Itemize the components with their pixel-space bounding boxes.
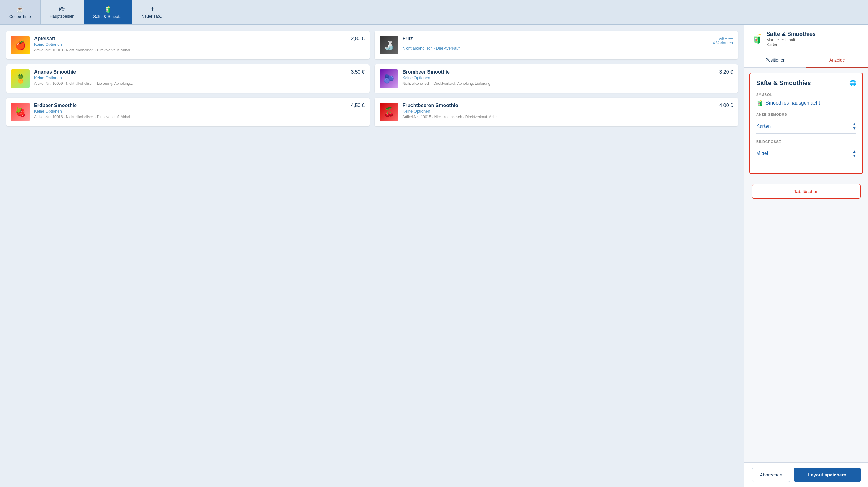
product-options-ananas: Keine Optionen [34, 75, 365, 80]
product-image-ananas: 🍍 [11, 69, 30, 88]
product-details-erdbeer: Artikel-Nr.: 10016 · Nicht alkoholisch ·… [34, 115, 365, 119]
bildgroesse-arrow-down[interactable]: ▼ [852, 154, 856, 158]
product-variants-fritz: 4 Varianten [713, 40, 733, 45]
product-info-brombeer: Brombeer Smoothie 3,20 € Keine Optionen … [402, 69, 733, 86]
tab-anzeige[interactable]: Anzeige [806, 53, 868, 68]
product-price-apfelsaft: 2,80 € [351, 36, 365, 41]
product-price-ananas: 3,50 € [351, 69, 365, 75]
product-options-erdbeer: Keine Optionen [34, 109, 365, 113]
anzeigemodus-select[interactable]: Karten ▲ ▼ [756, 120, 856, 134]
panel-actions: Tab löschen [744, 179, 868, 207]
bildgroesse-arrow-up[interactable]: ▲ [852, 149, 856, 154]
anzeigemodus-arrow-down[interactable]: ▼ [852, 126, 856, 131]
symbol-label: SYMBOL [756, 93, 856, 97]
product-name-erdbeer: Erdbeer Smoothie [34, 103, 77, 108]
product-info-erdbeer: Erdbeer Smoothie 4,50 € Keine Optionen A… [34, 103, 365, 119]
product-details-brombeer: Nicht alkoholisch · Direktverkauf, Abhol… [402, 82, 733, 86]
anzeigemodus-value: Karten [756, 124, 771, 129]
tab-new[interactable]: + Neuer Tab... [132, 0, 173, 24]
product-info-frucht: Fruchtbeeren Smoothie 4,00 € Keine Optio… [402, 103, 733, 119]
product-image-erdbeer: 🍓 [11, 103, 30, 121]
globe-icon[interactable]: 🌐 [849, 80, 856, 87]
product-info-apfelsaft: Apfelsaft 2,80 € Keine Optionen Artikel-… [34, 36, 365, 52]
footer-actions: Abbrechen Layout speichern [744, 462, 868, 487]
tab-hauptspeisen[interactable]: 🍽 Hauptspeisen [40, 0, 84, 24]
settings-anzeige-section: ANZEIGEMODUS Karten ▲ ▼ [756, 112, 856, 134]
products-grid: 🍎 Apfelsaft 2,80 € Keine Optionen Artike… [6, 31, 738, 126]
product-card-ananas[interactable]: 🍍 Ananas Smoothie 3,50 € Keine Optionen … [6, 64, 370, 93]
bildgroesse-label: BILDGRÖSSE [756, 140, 856, 143]
product-name-fritz: Fritz [402, 36, 413, 41]
hauptspeisen-icon: 🍽 [59, 6, 65, 13]
panel-header-subtitle: Manueller Inhalt [767, 37, 816, 42]
product-image-frucht: 🍒 [379, 103, 398, 121]
product-image-apfelsaft: 🍎 [11, 36, 30, 55]
product-info-fritz: Fritz Ab –,–– 4 Varianten Nicht alkoholi… [402, 36, 733, 52]
product-name-ananas: Ananas Smoothie [34, 69, 76, 75]
product-name-brombeer: Brombeer Smoothie [402, 69, 450, 75]
product-info-ananas: Ananas Smoothie 3,50 € Keine Optionen Ar… [34, 69, 365, 86]
tab-positionen[interactable]: Positionen [744, 53, 806, 67]
saefte-icon: 🧃 [104, 6, 112, 13]
product-image-brombeer: 🫐 [379, 69, 398, 88]
panel-header-icon: 🧃 [752, 34, 763, 44]
symbol-icon: 🧃 [756, 100, 763, 106]
anzeigemodus-arrow-up[interactable]: ▲ [852, 122, 856, 126]
save-button[interactable]: Layout speichern [794, 467, 861, 482]
settings-symbol[interactable]: 🧃 Smoothies hausgemacht [756, 100, 856, 106]
product-options-fritz: Nicht alkoholisch · Direktverkauf [402, 46, 733, 51]
settings-bildgroesse-section: BILDGRÖSSE Mittel ▲ ▼ [756, 140, 856, 161]
products-area: 🍎 Apfelsaft 2,80 € Keine Optionen Artike… [0, 25, 744, 487]
product-card-frucht[interactable]: 🍒 Fruchtbeeren Smoothie 4,00 € Keine Opt… [375, 98, 738, 126]
product-name-apfelsaft: Apfelsaft [34, 36, 55, 41]
product-details-apfelsaft: Artikel-Nr.: 10010 · Nicht alkoholisch ·… [34, 48, 365, 52]
product-details-frucht: Artikel-Nr.: 10015 · Nicht alkoholisch ·… [402, 115, 733, 119]
tab-coffee-time[interactable]: ☕ Coffee Time [0, 0, 40, 24]
product-options-brombeer: Keine Optionen [402, 75, 733, 80]
cancel-button[interactable]: Abbrechen [752, 467, 790, 482]
tab-new-label: Neuer Tab... [142, 14, 163, 19]
product-price-frucht: 4,00 € [719, 103, 733, 108]
product-card-erdbeer[interactable]: 🍓 Erdbeer Smoothie 4,50 € Keine Optionen… [6, 98, 370, 126]
panel-header-title: Säfte & Smoothies [767, 31, 816, 37]
product-price-brombeer: 3,20 € [719, 69, 733, 75]
anzeigemodus-arrows[interactable]: ▲ ▼ [852, 122, 856, 131]
right-panel: 🧃 Säfte & Smoothies Manueller Inhalt Kar… [744, 25, 868, 487]
product-options-frucht: Keine Optionen [402, 109, 733, 113]
product-options-apfelsaft: Keine Optionen [34, 42, 365, 47]
product-price-ab-fritz: Ab –,–– [713, 36, 733, 40]
settings-title-text: Säfte & Smoothies [756, 79, 811, 87]
panel-tabs: Positionen Anzeige [744, 53, 868, 68]
settings-box-title: Säfte & Smoothies 🌐 [756, 79, 856, 87]
product-details-ananas: Artikel-Nr.: 10009 · Nicht alkoholisch ·… [34, 82, 365, 86]
coffee-icon: ☕ [16, 6, 24, 13]
anzeigemodus-label: ANZEIGEMODUS [756, 112, 856, 116]
bildgroesse-value: Mittel [756, 151, 768, 156]
tab-saefte-label: Säfte & Smoot... [93, 14, 123, 19]
tab-hauptspeisen-label: Hauptspeisen [50, 14, 74, 19]
main-content: 🍎 Apfelsaft 2,80 € Keine Optionen Artike… [0, 25, 868, 487]
symbol-name: Smoothies hausgemacht [766, 100, 820, 106]
tab-bar: ☕ Coffee Time 🍽 Hauptspeisen 🧃 Säfte & S… [0, 0, 868, 25]
settings-symbol-section: SYMBOL 🧃 Smoothies hausgemacht [756, 93, 856, 106]
product-price-erdbeer: 4,50 € [351, 103, 365, 108]
product-card-fritz[interactable]: 🍶 Fritz Ab –,–– 4 Varianten Nicht alkoho… [375, 31, 738, 59]
delete-tab-button[interactable]: Tab löschen [752, 184, 861, 199]
bildgroesse-select[interactable]: Mittel ▲ ▼ [756, 147, 856, 161]
product-card-apfelsaft[interactable]: 🍎 Apfelsaft 2,80 € Keine Optionen Artike… [6, 31, 370, 59]
bildgroesse-arrows[interactable]: ▲ ▼ [852, 149, 856, 158]
add-icon: + [150, 6, 154, 13]
panel-header-subtitle2: Karten [767, 42, 816, 47]
product-image-fritz: 🍶 [379, 36, 398, 55]
product-name-frucht: Fruchtbeeren Smoothie [402, 103, 458, 108]
panel-header: 🧃 Säfte & Smoothies Manueller Inhalt Kar… [744, 25, 868, 53]
product-card-brombeer[interactable]: 🫐 Brombeer Smoothie 3,20 € Keine Optione… [375, 64, 738, 93]
settings-box: Säfte & Smoothies 🌐 SYMBOL 🧃 Smoothies h… [749, 73, 863, 174]
tab-coffee-label: Coffee Time [9, 14, 31, 19]
tab-saefte[interactable]: 🧃 Säfte & Smoot... [84, 0, 132, 24]
panel-content: Säfte & Smoothies 🌐 SYMBOL 🧃 Smoothies h… [744, 68, 868, 462]
